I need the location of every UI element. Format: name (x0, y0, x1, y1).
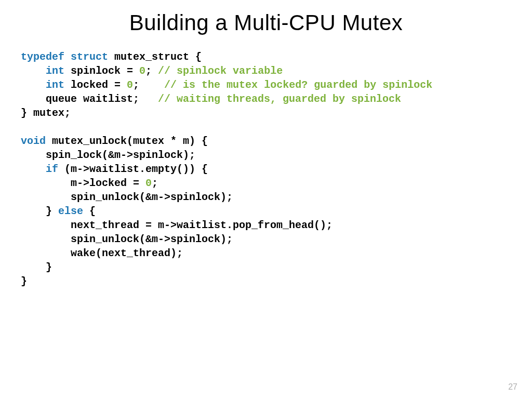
code-text: { (83, 205, 96, 217)
slide-content: Building a Multi-CPU Mutex typedef struc… (0, 0, 532, 399)
code-text: spin_unlock(&m->spinlock); (21, 191, 233, 203)
page-number: 27 (508, 382, 517, 392)
code-text (64, 51, 71, 63)
code-text: queue waitlist; (21, 93, 158, 105)
code-text: } (21, 275, 27, 287)
keyword-struct: struct (71, 51, 108, 63)
keyword-int: int (46, 65, 64, 77)
code-text (21, 65, 46, 77)
code-text: ; (133, 79, 164, 91)
code-text (21, 163, 46, 175)
code-text: (m->waitlist.empty()) { (58, 163, 208, 175)
code-text: mutex_unlock(mutex * m) { (46, 135, 208, 147)
code-text: } (21, 205, 58, 217)
code-text: next_thread = m->waitlist.pop_from_head(… (21, 219, 332, 231)
code-text: locked = (64, 79, 127, 91)
code-text: wake(next_thread); (21, 247, 183, 259)
comment-locked: // is the mutex locked? guarded by spinl… (164, 79, 432, 91)
slide-title: Building a Multi-CPU Mutex (21, 10, 511, 35)
code-text: ; (145, 65, 158, 77)
code-text: mutex_struct { (108, 51, 202, 63)
keyword-else: else (58, 205, 83, 217)
code-block: typedef struct mutex_struct { int spinlo… (21, 50, 511, 288)
literal-zero: 0 (139, 65, 145, 77)
code-text: } mutex; (21, 107, 71, 119)
comment-waitlist: // waiting threads, guarded by spinlock (158, 93, 401, 105)
literal-zero: 0 (127, 79, 133, 91)
comment-spinlock: // spinlock variable (158, 65, 283, 77)
code-text: spin_lock(&m->spinlock); (21, 149, 195, 161)
code-text: spinlock = (64, 65, 139, 77)
code-text: m->locked = (21, 177, 145, 189)
code-text (21, 79, 46, 91)
literal-zero: 0 (145, 177, 152, 189)
keyword-int: int (46, 79, 64, 91)
code-text: ; (152, 177, 158, 189)
keyword-if: if (46, 163, 58, 175)
code-text: spin_unlock(&m->spinlock); (21, 233, 233, 245)
keyword-void: void (21, 135, 46, 147)
code-text: } (21, 261, 52, 273)
keyword-typedef: typedef (21, 51, 64, 63)
